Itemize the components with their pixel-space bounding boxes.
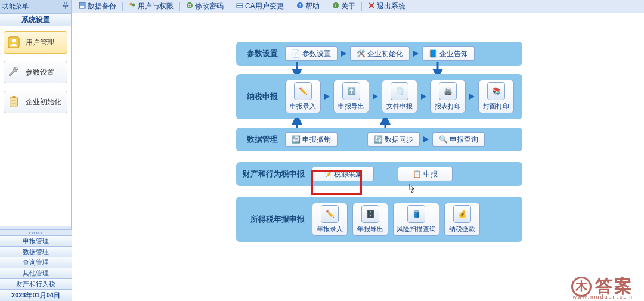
sidebar-item-users[interactable]: 用户管理 bbox=[4, 31, 67, 54]
btn-report-query[interactable]: 🔍 申报查询 bbox=[432, 132, 485, 147]
btn-param-set[interactable]: 📄 参数设置 bbox=[285, 46, 338, 61]
gear-icon bbox=[186, 2, 193, 11]
search-icon: 🔍 bbox=[439, 135, 447, 144]
row: ✏️ 申报录入 ⬆️ 申报导出 🗒️ 文件申报 🖨️ 报表打印 bbox=[285, 80, 514, 113]
arrow-icon bbox=[341, 51, 346, 57]
row: ✏️ 年报录入 🗄️ 年报导出 🛢️ 风险扫描查询 💰 纳税缴款 bbox=[312, 203, 480, 236]
sidebar-item-label: 用户管理 bbox=[26, 38, 54, 48]
flow-area: 参数设置 📄 参数设置 🛠️ 企业初始化 📘 企业告知 纳税申报 bbox=[236, 42, 522, 242]
clipboard-icon bbox=[7, 95, 21, 109]
scan-icon: 🛢️ bbox=[407, 205, 425, 223]
svg-rect-3 bbox=[12, 96, 16, 98]
tb-ca-change[interactable]: CA用户变更 bbox=[235, 1, 285, 11]
pencil-icon: ✏️ bbox=[321, 205, 339, 223]
btn-data-sync[interactable]: 🔄 数据同步 bbox=[367, 132, 420, 147]
upload-icon: ⬆️ bbox=[342, 82, 360, 100]
arrow-icon bbox=[423, 136, 429, 142]
sidebar: 功能菜单 系统设置 用户管理 参数设置 企业初始化 •••••• 申报管 bbox=[0, 0, 72, 301]
sidebar-header: 功能菜单 bbox=[0, 0, 71, 13]
panel-title: 纳税申报 bbox=[242, 91, 278, 102]
tb-help[interactable]: ? 帮助 bbox=[295, 1, 321, 11]
info-icon: i bbox=[332, 2, 339, 11]
pin-icon[interactable] bbox=[63, 2, 69, 10]
form-icon: 📋 bbox=[413, 170, 421, 178]
btn-report-export[interactable]: ⬆️ 申报导出 bbox=[333, 80, 369, 113]
watermark: 木 答案 www.mudaan.com bbox=[571, 274, 633, 299]
svg-rect-5 bbox=[80, 6, 84, 8]
db-icon: 🗄️ bbox=[361, 205, 379, 223]
help-icon: ? bbox=[296, 2, 304, 11]
disk-icon bbox=[79, 2, 86, 11]
arrow-icon bbox=[413, 51, 419, 57]
panel-income-tax: 所得税年报申报 ✏️ 年报录入 🗄️ 年报导出 🛢️ 风险扫描查询 bbox=[236, 197, 522, 242]
btn-file-report[interactable]: 🗒️ 文件申报 bbox=[382, 80, 417, 113]
btn-cover-print[interactable]: 📚 封面打印 bbox=[478, 80, 514, 113]
btn-declare[interactable]: 📋 申报 bbox=[398, 167, 453, 181]
drag-handle[interactable]: •••••• bbox=[0, 229, 72, 235]
watermark-sub: www.mudaan.com bbox=[572, 294, 633, 300]
btn-report-input[interactable]: ✏️ 申报录入 bbox=[285, 80, 321, 113]
top-toolbar: 数据备份 用户与权限 修改密码 CA用户变更 ? 帮助 i 关于 退出系统 bbox=[0, 0, 644, 13]
btn-annual-input[interactable]: ✏️ 年报录入 bbox=[312, 203, 348, 236]
sidebar-item-params[interactable]: 参数设置 bbox=[4, 61, 67, 83]
panel-data-mgmt: 数据管理 ↩️ 申报撤销 🔄 数据同步 🔍 申报查询 bbox=[236, 128, 522, 151]
close-icon bbox=[368, 2, 375, 11]
edit-icon: 📝 bbox=[323, 170, 332, 178]
panel-property-tax: 财产和行为税申报 📝 税源采集 📋 申报 bbox=[236, 162, 522, 186]
panel-title: 数据管理 bbox=[242, 134, 278, 145]
btn-risk-scan[interactable]: 🛢️ 风险扫描查询 bbox=[393, 203, 439, 236]
arrow-icon bbox=[421, 94, 426, 100]
divider bbox=[230, 2, 230, 11]
divider bbox=[326, 2, 326, 11]
tb-about[interactable]: i 关于 bbox=[331, 1, 357, 11]
sidebar-header-label: 功能菜单 bbox=[2, 2, 29, 11]
user-icon bbox=[7, 35, 21, 49]
sidebar-item-label: 参数设置 bbox=[26, 67, 54, 77]
btn-tax-pay[interactable]: 💰 纳税缴款 bbox=[444, 203, 480, 236]
panel-params: 参数设置 📄 参数设置 🛠️ 企业初始化 📘 企业告知 bbox=[236, 42, 522, 66]
undo-icon: ↩️ bbox=[292, 135, 300, 144]
btn-tax-source[interactable]: 📝 税源采集 bbox=[312, 167, 374, 181]
sidebar-collapse-query[interactable]: 查询管理 bbox=[0, 257, 72, 268]
arrow-icon bbox=[469, 94, 475, 100]
file-icon: 🗒️ bbox=[391, 82, 408, 100]
btn-annual-export[interactable]: 🗄️ 年报导出 bbox=[352, 203, 388, 236]
tb-password[interactable]: 修改密码 bbox=[185, 1, 225, 11]
tb-exit[interactable]: 退出系统 bbox=[367, 1, 407, 11]
cover-icon: 📚 bbox=[487, 82, 505, 100]
btn-report-revoke[interactable]: ↩️ 申报撤销 bbox=[285, 132, 338, 147]
divider bbox=[290, 2, 290, 11]
svg-text:?: ? bbox=[298, 3, 301, 8]
users-icon bbox=[129, 2, 136, 11]
panel-tax-report: 纳税申报 ✏️ 申报录入 ⬆️ 申报导出 🗒️ 文件申报 🖨️ bbox=[236, 74, 522, 119]
tool-icon: 🛠️ bbox=[357, 49, 365, 58]
sidebar-collapse-other[interactable]: 其他管理 bbox=[0, 268, 72, 278]
arrow-icon bbox=[373, 94, 378, 100]
svg-point-9 bbox=[189, 5, 191, 7]
btn-enterprise-notice[interactable]: 📘 企业告知 bbox=[422, 46, 475, 61]
money-icon: 💰 bbox=[453, 205, 471, 223]
doc-icon: 📄 bbox=[292, 49, 300, 58]
sidebar-collapse-data[interactable]: 数据管理 bbox=[0, 246, 72, 257]
sidebar-collapse-report[interactable]: 申报管理 bbox=[0, 235, 72, 246]
svg-text:i: i bbox=[335, 3, 336, 8]
sidebar-bottom: •••••• 申报管理 数据管理 查询管理 其他管理 财产和行为税 2023年0… bbox=[0, 229, 72, 301]
sync-icon: 🔄 bbox=[374, 135, 382, 144]
btn-print-report[interactable]: 🖨️ 报表打印 bbox=[430, 80, 466, 113]
svg-point-1 bbox=[12, 39, 16, 42]
printer-icon: 🖨️ bbox=[439, 82, 457, 100]
tb-user-perm[interactable]: 用户与权限 bbox=[128, 1, 175, 11]
panel-title: 参数设置 bbox=[242, 48, 278, 59]
btn-enterprise-init[interactable]: 🛠️ 企业初始化 bbox=[350, 46, 410, 61]
sidebar-section-system[interactable]: 系统设置 bbox=[0, 13, 71, 26]
tb-backup[interactable]: 数据备份 bbox=[78, 1, 117, 11]
book-icon: 📘 bbox=[429, 49, 437, 58]
card-icon bbox=[236, 2, 243, 11]
sidebar-section-label: 系统设置 bbox=[21, 15, 50, 25]
sidebar-item-init[interactable]: 企业初始化 bbox=[4, 91, 67, 113]
svg-rect-2 bbox=[10, 97, 18, 107]
sidebar-collapse-property[interactable]: 财产和行为税 bbox=[0, 278, 72, 289]
sidebar-date: 2023年01月04日 bbox=[0, 289, 72, 301]
divider bbox=[179, 2, 180, 11]
wrench-icon bbox=[7, 65, 21, 79]
